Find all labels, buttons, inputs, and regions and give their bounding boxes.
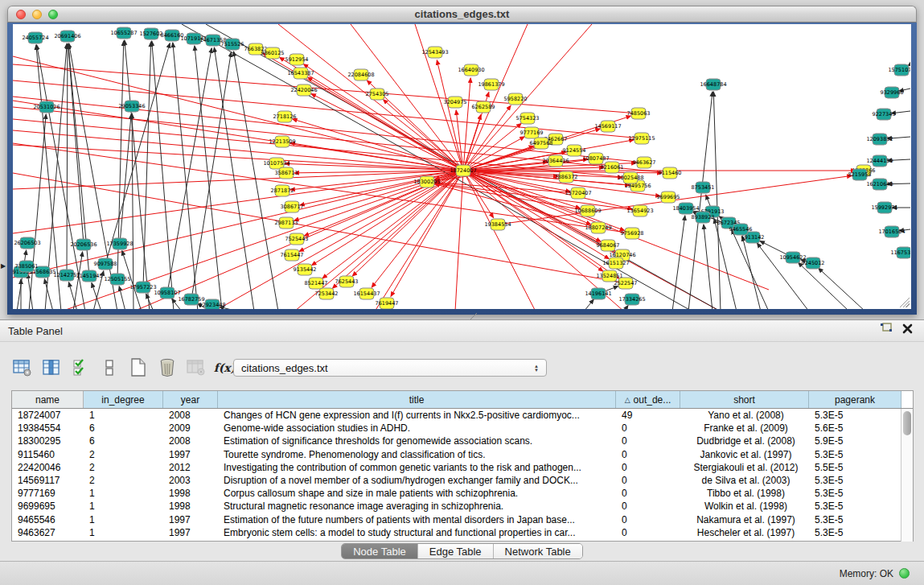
graph-node[interactable]: 9684067 bbox=[597, 240, 620, 251]
column-header-year[interactable]: year bbox=[163, 391, 218, 408]
table-row[interactable]: 946362711997Embryonic stem cells: a mode… bbox=[12, 526, 913, 539]
graph-node[interactable]: 3204975 bbox=[444, 97, 467, 108]
function-builder-icon[interactable]: f(x) bbox=[214, 357, 236, 378]
table-selector-dropdown[interactable]: citations_edges.txt ▲▼ bbox=[233, 359, 547, 377]
graph-node[interactable]: 16210643 bbox=[866, 179, 893, 190]
zoom-window-icon[interactable] bbox=[48, 10, 58, 19]
collapsed-panel-arrow-icon[interactable]: ▶ bbox=[1, 262, 6, 270]
graph-node[interactable]: 20206536 bbox=[70, 239, 97, 250]
graph-node[interactable]: 9135442 bbox=[294, 264, 317, 275]
graph-node[interactable]: 8521447 bbox=[305, 278, 328, 289]
graph-node[interactable]: 9777169 bbox=[520, 127, 544, 138]
select-all-icon[interactable] bbox=[69, 357, 91, 378]
window-titlebar[interactable]: citations_edges.txt bbox=[7, 6, 917, 23]
splitpane-grip-icon[interactable] bbox=[470, 313, 478, 319]
graph-node[interactable]: 14569117 bbox=[594, 121, 621, 132]
deselect-all-icon[interactable] bbox=[98, 357, 120, 378]
graph-node[interactable]: 17957223 bbox=[129, 282, 156, 293]
citation-network-graph[interactable]: 2405572420691406106552871527602846616010… bbox=[13, 24, 910, 309]
graph-node[interactable]: 7485063 bbox=[627, 108, 651, 119]
graph-node[interactable]: 9097588 bbox=[94, 258, 117, 270]
graph-node[interactable]: 12093832 bbox=[866, 134, 893, 145]
graph-node[interactable]: 20364436 bbox=[542, 155, 569, 167]
graph-node[interactable]: 8753451 bbox=[692, 182, 715, 193]
graph-node[interactable]: 20691406 bbox=[54, 31, 80, 42]
graph-node[interactable]: 11675333 bbox=[890, 247, 910, 258]
table-row[interactable]: 1872400712008Changes of HCN gene express… bbox=[12, 409, 913, 422]
graph-node[interactable]: 7619447 bbox=[376, 298, 399, 309]
column-header-name[interactable]: name bbox=[12, 391, 84, 408]
graph-node[interactable]: 19861379 bbox=[478, 79, 504, 90]
graph-node[interactable]: 8215958 bbox=[848, 169, 872, 180]
graph-node[interactable]: 22084608 bbox=[347, 69, 374, 80]
graph-node[interactable]: 14196141 bbox=[585, 288, 611, 299]
column-header-title[interactable]: title bbox=[218, 391, 616, 408]
graph-node[interactable]: 10807487 bbox=[582, 153, 609, 164]
graph-node[interactable]: 6262589 bbox=[472, 101, 495, 113]
graph-node[interactable]: 9245012 bbox=[802, 257, 825, 269]
graph-node[interactable]: 5912954 bbox=[285, 54, 309, 65]
graph-node[interactable]: 8216061 bbox=[601, 162, 624, 173]
table-row[interactable]: 1938455462009Genome-wide association stu… bbox=[12, 422, 913, 435]
create-table-column-icon[interactable] bbox=[11, 357, 33, 378]
delete-column-icon[interactable] bbox=[156, 357, 178, 378]
graph-node[interactable]: 15992971 bbox=[871, 202, 897, 213]
tab-node-table[interactable]: Node Table bbox=[342, 544, 418, 558]
graph-node[interactable]: 9329966 bbox=[881, 87, 904, 98]
graph-node[interactable]: 2522547 bbox=[614, 278, 638, 289]
resize-grip-icon[interactable] bbox=[900, 298, 910, 307]
graph-node[interactable]: 8938923 bbox=[692, 212, 715, 223]
graph-node[interactable]: 16154437 bbox=[353, 288, 380, 299]
graph-node[interactable]: 1527602 bbox=[140, 28, 163, 39]
table-row[interactable]: 911546021997Tourette syndrome. Phenomeno… bbox=[12, 448, 913, 461]
graph-node[interactable]: 9227343 bbox=[873, 109, 896, 120]
graph-node[interactable]: 17359928 bbox=[106, 238, 133, 249]
table-row[interactable]: 977716911998Corpus callosum shape and si… bbox=[12, 487, 913, 500]
delete-table-icon[interactable] bbox=[185, 357, 207, 378]
network-canvas[interactable]: 2405572420691406106552871527602846616010… bbox=[13, 24, 911, 309]
graph-node[interactable]: 2987133 bbox=[275, 217, 298, 229]
graph-node[interactable]: 9756928 bbox=[621, 228, 644, 239]
graph-node[interactable]: 18807249 bbox=[585, 222, 611, 233]
table-row[interactable]: 946554611997Estimation of the future num… bbox=[12, 513, 913, 526]
graph-node[interactable]: 3586713 bbox=[275, 167, 298, 179]
graph-node[interactable]: 16151327 bbox=[602, 257, 629, 269]
new-table-icon[interactable] bbox=[127, 357, 149, 378]
table-row[interactable]: 2242004622012Investigating the contribut… bbox=[12, 461, 913, 474]
vertical-scrollbar[interactable] bbox=[901, 409, 913, 542]
graph-node[interactable]: 15751074 bbox=[888, 64, 910, 76]
graph-node[interactable]: 17334265 bbox=[618, 294, 645, 305]
graph-node[interactable]: 5754323 bbox=[516, 113, 540, 124]
graph-node[interactable]: 16648784 bbox=[700, 79, 726, 90]
graph-node[interactable]: 16543387 bbox=[287, 68, 314, 79]
minimize-window-icon[interactable] bbox=[32, 10, 42, 19]
edit-column-icon[interactable] bbox=[40, 357, 62, 378]
graph-node[interactable]: 2718126 bbox=[273, 111, 297, 122]
graph-node[interactable]: 13654923 bbox=[626, 205, 653, 216]
graph-node[interactable]: 12505155 bbox=[104, 274, 130, 285]
column-header-short[interactable]: short bbox=[680, 391, 809, 408]
graph-node[interactable]: 7615447 bbox=[281, 249, 304, 261]
table-row[interactable]: 1456911722003Disruption of a novel membe… bbox=[12, 474, 913, 487]
graph-node[interactable]: 7525443 bbox=[285, 233, 309, 245]
graph-node[interactable]: 24055724 bbox=[22, 32, 48, 43]
graph-node[interactable]: 10688609 bbox=[574, 205, 601, 216]
graph-node[interactable]: 3086717 bbox=[281, 201, 304, 212]
column-header-pagerank[interactable]: pagerank bbox=[809, 391, 901, 408]
graph-node[interactable]: 15720407 bbox=[565, 187, 591, 199]
scrollbar-thumb[interactable] bbox=[903, 411, 911, 435]
graph-node[interactable]: 9115460 bbox=[659, 167, 682, 179]
graph-node[interactable]: 17016504 bbox=[878, 226, 905, 237]
graph-node[interactable]: 7625443 bbox=[335, 276, 359, 287]
graph-node[interactable]: 10958107 bbox=[154, 287, 180, 299]
close-window-icon[interactable] bbox=[16, 10, 26, 19]
graph-node[interactable]: 12975115 bbox=[628, 133, 655, 144]
graph-node[interactable]: 7253442 bbox=[315, 288, 339, 299]
graph-node[interactable]: 10655287 bbox=[110, 27, 137, 39]
graph-node[interactable]: 16640930 bbox=[458, 64, 484, 76]
graph-node[interactable]: 26206503 bbox=[14, 237, 40, 249]
graph-node[interactable]: 12444159 bbox=[866, 155, 893, 167]
table-row[interactable]: 969969511998Structural magnetic resonanc… bbox=[12, 500, 913, 513]
graph-node[interactable]: 22420046 bbox=[290, 84, 317, 96]
graph-node[interactable]: 9699695 bbox=[657, 192, 680, 203]
